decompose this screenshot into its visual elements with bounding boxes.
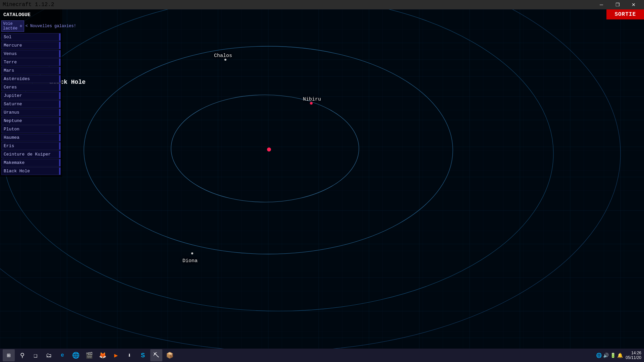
space-canvas <box>0 9 644 349</box>
network-icon[interactable]: 🌐 <box>596 353 602 358</box>
taskbar-download-icon[interactable]: ⬇ <box>123 349 136 361</box>
game-area: Chalos Nibiru Diona Black Hole CATALOGUE… <box>0 9 644 349</box>
item-bar-venus <box>59 50 60 57</box>
sortie-button[interactable]: SORTIE <box>606 9 644 19</box>
svg-point-33 <box>267 147 271 152</box>
catalogue-title: CATALOGUE <box>1 11 61 19</box>
system-tray: 🌐 🔊 🔋 🔔 <box>596 353 623 358</box>
taskbar-right: 🌐 🔊 🔋 🔔 14:26 05/11/20 <box>596 351 641 360</box>
item-bar-black-hole <box>59 168 60 175</box>
battery-icon[interactable]: 🔋 <box>610 353 616 358</box>
volume-icon[interactable]: 🔊 <box>603 353 609 358</box>
titlebar: Minecraft 1.12.2 ─ ❐ ✕ <box>0 0 644 9</box>
taskbar-explorer-icon[interactable]: 🗂 <box>43 349 55 361</box>
nouvelles-galaxies-link[interactable]: < Nouvelles galaxies! <box>25 24 76 28</box>
taskbar-media-icon[interactable]: 🎬 <box>83 349 95 361</box>
galaxy-selector[interactable]: Voie lactée + <box>1 20 24 32</box>
catalogue-item-jupiter[interactable]: Jupiter <box>1 92 61 100</box>
system-clock[interactable]: 14:26 05/11/20 <box>626 351 641 360</box>
item-bar-mars <box>59 67 60 74</box>
catalogue-item-neptune[interactable]: Neptune <box>1 117 61 125</box>
taskbar-app-icon[interactable]: 📦 <box>164 349 176 361</box>
taskbar-search-icon[interactable]: ⚲ <box>16 349 28 361</box>
catalogue-items-list: SolMercureVenusTerreMarsAstéroïdesCeresJ… <box>1 33 61 175</box>
item-bar-sol <box>59 34 60 41</box>
taskbar-minecraft-icon[interactable]: ⛏ <box>150 349 162 361</box>
catalogue-item-asteroides[interactable]: Astéroïdes <box>1 75 61 83</box>
galaxy-name: Voie lactée <box>3 21 17 31</box>
svg-rect-1 <box>0 9 644 349</box>
item-bar-asteroides <box>59 75 60 82</box>
svg-point-31 <box>310 102 313 105</box>
clock-time: 14:26 <box>631 351 641 355</box>
item-bar-jupiter <box>59 92 60 99</box>
item-bar-neptune <box>59 117 60 124</box>
taskbar-edge-icon[interactable]: e <box>56 349 68 361</box>
item-bar-makemake <box>59 159 60 166</box>
minimize-button[interactable]: ─ <box>594 0 609 9</box>
item-bar-ceres <box>59 84 60 91</box>
galaxy-plus-icon[interactable]: + <box>19 23 22 29</box>
taskbar-skype-icon[interactable]: S <box>137 349 149 361</box>
taskbar-start-button[interactable]: ⊞ <box>3 349 15 361</box>
catalogue-item-haumea[interactable]: Haumea <box>1 134 61 141</box>
taskbar: ⊞ ⚲ ❑ 🗂 e 🌐 🎬 🦊 ▶ ⬇ S ⛏ 📦 🌐 🔊 🔋 🔔 14:26 … <box>0 349 644 362</box>
taskbar-firefox-icon[interactable]: 🦊 <box>97 349 109 361</box>
catalogue-item-saturne[interactable]: Saturne <box>1 100 61 108</box>
catalogue-item-makemake[interactable]: Makemake <box>1 159 61 167</box>
svg-point-30 <box>224 59 226 61</box>
item-bar-mercure <box>59 42 60 49</box>
catalogue-panel: CATALOGUE Voie lactée + < Nouvelles gala… <box>0 9 62 177</box>
clock-date: 05/11/20 <box>626 355 641 360</box>
item-bar-eris <box>59 142 60 149</box>
catalogue-item-mercure[interactable]: Mercure <box>1 42 61 49</box>
catalogue-item-terre[interactable]: Terre <box>1 58 61 66</box>
item-bar-saturne <box>59 101 60 108</box>
taskbar-video-icon[interactable]: ▶ <box>110 349 122 361</box>
close-button[interactable]: ✕ <box>626 0 641 9</box>
catalogue-item-ceinture-kuiper[interactable]: Ceinture de Kuiper <box>1 150 61 158</box>
window-controls: ─ ❐ ✕ <box>594 0 641 9</box>
galaxy-bar: Voie lactée + < Nouvelles galaxies! <box>1 20 61 32</box>
item-bar-terre <box>59 59 60 66</box>
notification-icon[interactable]: 🔔 <box>617 353 623 358</box>
catalogue-item-mars[interactable]: Mars <box>1 67 61 74</box>
svg-point-32 <box>191 252 193 254</box>
item-bar-haumea <box>59 134 60 141</box>
catalogue-item-venus[interactable]: Venus <box>1 50 61 58</box>
catalogue-item-eris[interactable]: Eris <box>1 142 61 150</box>
taskbar-browser2-icon[interactable]: 🌐 <box>70 349 82 361</box>
catalogue-item-ceres[interactable]: Ceres <box>1 83 61 91</box>
catalogue-item-uranus[interactable]: Uranus <box>1 109 61 116</box>
item-bar-uranus <box>59 109 60 116</box>
catalogue-item-sol[interactable]: Sol <box>1 33 61 41</box>
catalogue-item-pluton[interactable]: Pluton <box>1 125 61 133</box>
taskbar-taskview-icon[interactable]: ❑ <box>30 349 42 361</box>
item-bar-pluton <box>59 126 60 133</box>
catalogue-item-black-hole[interactable]: Black Hole <box>1 167 61 175</box>
window-title: Minecraft 1.12.2 <box>3 2 54 8</box>
item-bar-ceinture-kuiper <box>59 151 60 158</box>
restore-button[interactable]: ❐ <box>610 0 625 9</box>
